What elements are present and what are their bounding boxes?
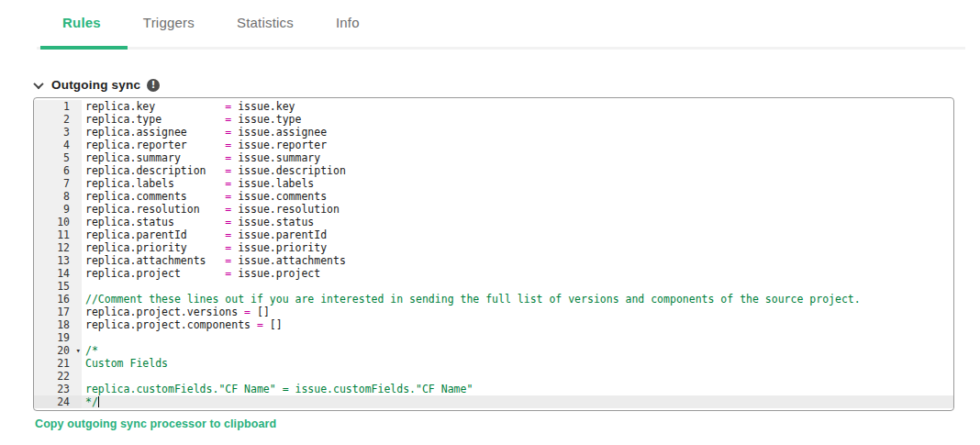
code-line[interactable]: 2replica.type = issue.type bbox=[34, 113, 953, 126]
code-line-text[interactable]: replica.project.versions = [] bbox=[82, 306, 953, 318]
code-line-text[interactable]: replica.labels = issue.labels bbox=[82, 177, 953, 190]
code-line[interactable]: 22 bbox=[34, 370, 953, 383]
code-line[interactable]: 14replica.project = issue.project bbox=[34, 267, 953, 280]
line-number: 20▾ bbox=[34, 344, 82, 357]
code-line[interactable]: 17replica.project.versions = [] bbox=[34, 306, 953, 318]
code-line[interactable]: 7replica.labels = issue.labels bbox=[34, 177, 953, 190]
code-line-text[interactable]: replica.customFields."CF Name" = issue.c… bbox=[82, 383, 953, 395]
tab-bar: RulesTriggersStatisticsInfo bbox=[0, 0, 980, 50]
code-line[interactable]: 4replica.reporter = issue.reporter bbox=[34, 139, 953, 151]
code-line[interactable]: 8replica.comments = issue.comments bbox=[34, 190, 953, 203]
info-icon[interactable]: ! bbox=[147, 79, 160, 92]
code-line[interactable]: 9replica.resolution = issue.resolution bbox=[34, 203, 953, 216]
tabs-container: RulesTriggersStatisticsInfo bbox=[62, 15, 980, 43]
code-line[interactable]: 3replica.assignee = issue.assignee bbox=[34, 126, 953, 139]
section-title: Outgoing sync bbox=[51, 78, 140, 92]
line-number: 10 bbox=[34, 216, 82, 228]
code-line-text[interactable]: replica.resolution = issue.resolution bbox=[82, 203, 953, 216]
code-line-text[interactable]: */ bbox=[82, 395, 953, 408]
code-line-text[interactable]: /* bbox=[82, 344, 953, 357]
code-line[interactable]: 6replica.description = issue.description bbox=[34, 164, 953, 177]
tab-triggers[interactable]: Triggers bbox=[143, 15, 195, 43]
code-line-text[interactable]: replica.comments = issue.comments bbox=[82, 190, 953, 203]
code-line[interactable]: 20▾/* bbox=[34, 344, 953, 357]
active-tab-indicator bbox=[40, 46, 128, 50]
fold-toggle-icon[interactable]: ▾ bbox=[76, 344, 81, 357]
code-line[interactable]: 18replica.project.components = [] bbox=[34, 318, 953, 331]
tab-rules[interactable]: Rules bbox=[62, 15, 101, 43]
code-line[interactable]: 16//Comment these lines out if you are i… bbox=[34, 293, 953, 306]
line-number: 12 bbox=[34, 241, 82, 254]
code-line-text[interactable] bbox=[82, 280, 953, 293]
code-line-text[interactable]: replica.assignee = issue.assignee bbox=[82, 126, 953, 139]
line-number: 4 bbox=[34, 139, 82, 151]
line-number: 7 bbox=[34, 177, 82, 190]
code-line[interactable]: 19 bbox=[34, 331, 953, 344]
code-line-text[interactable]: replica.project = issue.project bbox=[82, 267, 953, 280]
code-line-text[interactable]: replica.reporter = issue.reporter bbox=[82, 139, 953, 151]
code-line-text[interactable] bbox=[82, 370, 953, 383]
code-line[interactable]: 12replica.priority = issue.priority bbox=[34, 241, 953, 254]
line-number: 22 bbox=[34, 370, 82, 383]
line-number: 5 bbox=[34, 151, 82, 164]
text-cursor bbox=[98, 396, 99, 407]
code-line-text[interactable]: replica.parentId = issue.parentId bbox=[82, 228, 953, 241]
code-line[interactable]: 23replica.customFields."CF Name" = issue… bbox=[34, 383, 953, 395]
code-line-text[interactable]: Custom Fields bbox=[82, 357, 953, 370]
code-line-text[interactable]: replica.key = issue.key bbox=[82, 100, 953, 113]
line-number: 18 bbox=[34, 318, 82, 331]
code-line[interactable]: 11replica.parentId = issue.parentId bbox=[34, 228, 953, 241]
line-number: 9 bbox=[34, 203, 82, 216]
line-number: 23 bbox=[34, 383, 82, 395]
code-line-text[interactable]: replica.status = issue.status bbox=[82, 216, 953, 228]
outgoing-sync-header[interactable]: Outgoing sync ! bbox=[35, 78, 980, 92]
code-line[interactable]: 1replica.key = issue.key bbox=[34, 100, 953, 113]
code-line-text[interactable]: replica.type = issue.type bbox=[82, 113, 953, 126]
line-number: 14 bbox=[34, 267, 82, 280]
code-line[interactable]: 5replica.summary = issue.summary bbox=[34, 151, 953, 164]
line-number: 11 bbox=[34, 228, 82, 241]
line-number: 6 bbox=[34, 164, 82, 177]
line-number: 15 bbox=[34, 280, 82, 293]
chevron-down-icon[interactable] bbox=[33, 78, 43, 88]
tab-underline-track bbox=[37, 47, 965, 50]
copy-outgoing-sync-link[interactable]: Copy outgoing sync processor to clipboar… bbox=[35, 417, 276, 430]
code-line[interactable]: 10replica.status = issue.status bbox=[34, 216, 953, 228]
code-line[interactable]: 15 bbox=[34, 280, 953, 293]
tab-info[interactable]: Info bbox=[336, 15, 360, 43]
line-number: 16 bbox=[34, 293, 82, 306]
code-line-text[interactable] bbox=[82, 331, 953, 344]
line-number: 3 bbox=[34, 126, 82, 139]
line-number: 2 bbox=[34, 113, 82, 126]
code-line[interactable]: 24*/ bbox=[34, 395, 953, 408]
line-number: 8 bbox=[34, 190, 82, 203]
line-number: 1 bbox=[34, 100, 82, 113]
code-line-text[interactable]: //Comment these lines out if you are int… bbox=[82, 293, 953, 306]
code-line[interactable]: 21Custom Fields bbox=[34, 357, 953, 370]
tab-statistics[interactable]: Statistics bbox=[237, 15, 294, 43]
line-number: 17 bbox=[34, 306, 82, 318]
code-line[interactable]: 13replica.attachments = issue.attachment… bbox=[34, 254, 953, 267]
line-number: 19 bbox=[34, 331, 82, 344]
line-number: 21 bbox=[34, 357, 82, 370]
code-line-text[interactable]: replica.project.components = [] bbox=[82, 318, 953, 331]
outgoing-sync-code-editor[interactable]: 1replica.key = issue.key2replica.type = … bbox=[33, 97, 954, 411]
line-number: 13 bbox=[34, 254, 82, 267]
code-line-text[interactable]: replica.description = issue.description bbox=[82, 164, 953, 177]
code-line-text[interactable]: replica.summary = issue.summary bbox=[82, 151, 953, 164]
line-number: 24 bbox=[34, 395, 82, 408]
code-line-text[interactable]: replica.priority = issue.priority bbox=[82, 241, 953, 254]
code-line-text[interactable]: replica.attachments = issue.attachments bbox=[82, 254, 953, 267]
